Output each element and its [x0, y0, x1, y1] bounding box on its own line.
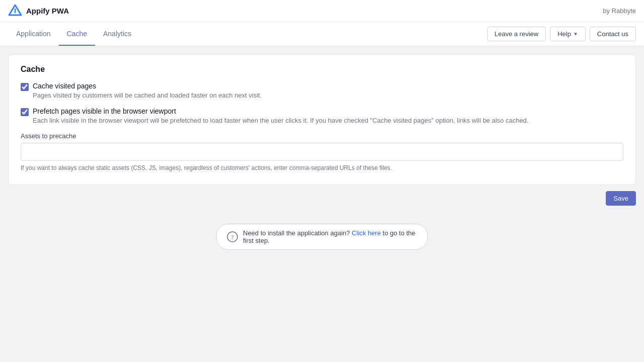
cache-card: Cache Cache visited pages Pages visited …	[8, 54, 636, 185]
topbar-left: Appify PWA	[8, 4, 69, 18]
nav-tabs: Application Cache Analytics Leave a revi…	[0, 22, 644, 46]
notice-box: ? Need to install the application again?…	[216, 224, 428, 250]
nav-tabs-right: Leave a review Help ▼ Contact us	[487, 27, 636, 41]
cache-visited-checkbox[interactable]	[21, 83, 29, 91]
cache-visited-desc: Pages visited by customers will be cache…	[33, 91, 262, 100]
tab-cache[interactable]: Cache	[59, 22, 95, 46]
notice-click-here-link[interactable]: Click here	[352, 229, 381, 237]
assets-precache-input[interactable]	[21, 143, 623, 161]
main-content: Cache Cache visited pages Pages visited …	[0, 46, 644, 258]
tab-application[interactable]: Application	[8, 22, 59, 46]
svg-text:?: ?	[231, 233, 234, 241]
app-title: Appify PWA	[26, 7, 69, 15]
topbar: Appify PWA by Rabbyte	[0, 0, 644, 22]
assets-field-label: Assets to precache	[21, 132, 623, 140]
prefetch-text: Prefetch pages visible in the browser vi…	[33, 107, 528, 125]
save-button[interactable]: Save	[606, 191, 636, 206]
nav-tabs-left: Application Cache Analytics	[8, 22, 139, 46]
notice-area: ? Need to install the application again?…	[8, 224, 636, 250]
save-bar: Save	[8, 185, 636, 212]
prefetch-desc: Each link visible in the browser viewpor…	[33, 116, 528, 125]
prefetch-row: Prefetch pages visible in the browser vi…	[21, 107, 623, 125]
contact-us-button[interactable]: Contact us	[590, 27, 636, 41]
assets-field-hint: If you want to always cache static asset…	[21, 164, 623, 172]
cache-visited-label: Cache visited pages	[33, 82, 262, 90]
cache-visited-row: Cache visited pages Pages visited by cus…	[21, 82, 623, 100]
topbar-by: by Rabbyte	[603, 7, 636, 15]
help-button[interactable]: Help ▼	[550, 27, 586, 41]
assets-field-wrapper: Assets to precache If you want to always…	[21, 132, 623, 172]
app-logo-icon	[8, 4, 22, 18]
help-chevron-icon: ▼	[573, 31, 578, 37]
prefetch-label: Prefetch pages visible in the browser vi…	[33, 107, 528, 115]
question-circle-icon: ?	[227, 231, 238, 242]
cache-visited-text: Cache visited pages Pages visited by cus…	[33, 82, 262, 100]
notice-text: Need to install the application again? C…	[243, 229, 417, 244]
prefetch-checkbox[interactable]	[21, 108, 29, 116]
tab-analytics[interactable]: Analytics	[95, 22, 139, 46]
cache-card-title: Cache	[21, 65, 623, 74]
leave-review-button[interactable]: Leave a review	[487, 27, 546, 41]
